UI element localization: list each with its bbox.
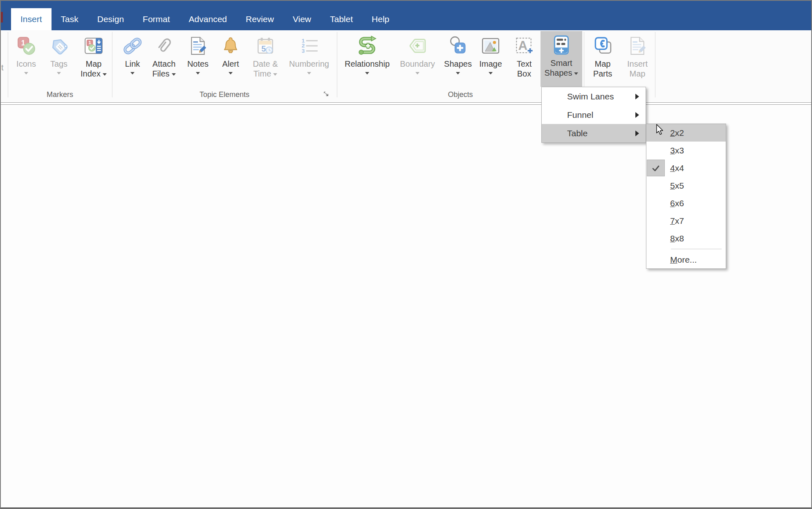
svg-text:1: 1 bbox=[88, 40, 91, 45]
dropdown-caret-icon bbox=[24, 72, 28, 74]
menu-item-label: Funnel bbox=[567, 110, 593, 120]
ribbon-button-text-box[interactable]: A Text Box bbox=[509, 32, 539, 89]
dropdown-caret-icon bbox=[273, 73, 277, 76]
ribbon-button-map-parts[interactable]: Map Parts bbox=[585, 32, 620, 89]
ribbon-button-label: Link bbox=[125, 59, 140, 68]
ribbon-button-image[interactable]: Image bbox=[475, 32, 506, 89]
clipped-ribbon-button[interactable]: t bbox=[1, 63, 4, 72]
submenu-item-7x7[interactable]: 7x7 bbox=[646, 212, 726, 230]
dropdown-caret-icon bbox=[103, 73, 107, 76]
menu-item-label: Swim Lanes bbox=[567, 92, 614, 101]
ribbon-button-relationship[interactable]: Relationship bbox=[341, 32, 393, 89]
ribbon-button-shapes[interactable]: Shapes bbox=[442, 32, 473, 89]
ribbon-button-label: Image bbox=[479, 59, 502, 68]
ribbon-button-tags[interactable]: Tags bbox=[45, 32, 73, 89]
submenu-item-4x4[interactable]: 4x4 bbox=[646, 159, 726, 177]
ribbon-button-numbering[interactable]: 1 2 3 Numbering bbox=[286, 32, 332, 89]
check-slot bbox=[646, 160, 665, 176]
tag-icon bbox=[49, 34, 69, 57]
tab-advanced[interactable]: Advanced bbox=[179, 8, 236, 30]
tab-insert[interactable]: Insert bbox=[11, 8, 52, 30]
group-separator bbox=[655, 32, 655, 97]
ribbon-button-label: Relationship bbox=[345, 59, 390, 68]
ribbon-button-alert[interactable]: Alert bbox=[217, 32, 244, 89]
submenu-item-5x5[interactable]: 5x5 bbox=[646, 177, 726, 194]
menu-item-table[interactable]: Table bbox=[542, 124, 646, 142]
check-slot bbox=[646, 251, 665, 268]
check-slot bbox=[646, 195, 665, 212]
dropdown-caret-icon bbox=[307, 72, 311, 74]
svg-text:A: A bbox=[518, 38, 528, 53]
submenu-item-3x3[interactable]: 3x3 bbox=[646, 142, 726, 159]
dropdown-caret-icon bbox=[415, 72, 419, 74]
ribbon-button-label: Text bbox=[517, 59, 532, 68]
ribbon-button-label: Shapes bbox=[444, 59, 472, 68]
ribbon-button-attach-files[interactable]: Attach Files bbox=[147, 32, 181, 89]
dropdown-caret-icon bbox=[574, 72, 578, 75]
submenu-item-8x8[interactable]: 8x8 bbox=[646, 230, 726, 247]
submenu-arrow-icon bbox=[635, 112, 639, 118]
tab-design[interactable]: Design bbox=[88, 8, 133, 30]
check-slot bbox=[646, 177, 665, 194]
relationship-icon bbox=[357, 34, 378, 57]
ribbon-button-label: Date & bbox=[253, 59, 278, 68]
boundary-icon bbox=[407, 34, 428, 57]
group-separator bbox=[8, 32, 8, 97]
menu-item-swim-lanes[interactable]: Swim Lanes bbox=[542, 87, 646, 106]
ribbon-button-label: Map bbox=[86, 59, 102, 68]
ribbon-button-link[interactable]: Link bbox=[120, 32, 145, 89]
clipped-app-badge bbox=[1, 12, 3, 23]
ribbon-button-icons[interactable]: 1 Icons bbox=[12, 32, 40, 89]
calendar-clock-icon: 5 bbox=[255, 34, 276, 57]
ribbon-button-label: Box bbox=[517, 69, 531, 78]
bell-icon bbox=[220, 34, 241, 57]
ribbon-button-label: Shapes bbox=[545, 68, 572, 77]
ribbon-button-notes[interactable]: Notes bbox=[184, 32, 212, 89]
tab-review[interactable]: Review bbox=[236, 8, 283, 30]
ribbon-button-smart-shapes[interactable]: Smart Shapes bbox=[541, 31, 582, 87]
dropdown-caret-icon bbox=[456, 72, 460, 74]
submenu-item-more[interactable]: More... bbox=[646, 251, 726, 268]
dropdown-caret-icon bbox=[196, 72, 200, 74]
dropdown-caret-icon bbox=[172, 73, 176, 76]
application-window: Insert Task Design Format Advanced Revie… bbox=[0, 0, 812, 509]
smart-shapes-menu: Swim Lanes Funnel Table bbox=[541, 87, 646, 143]
icons-icon: 1 bbox=[16, 34, 36, 57]
submenu-item-6x6[interactable]: 6x6 bbox=[646, 194, 726, 212]
dropdown-caret-icon bbox=[229, 72, 233, 74]
tab-view[interactable]: View bbox=[283, 8, 321, 30]
ribbon: t 1 Icons bbox=[1, 30, 811, 102]
ribbon-button-label: Icons bbox=[16, 59, 36, 68]
ribbon-button-label: Index bbox=[81, 69, 101, 78]
ribbon-button-label: Notes bbox=[187, 59, 209, 68]
dropdown-caret-icon bbox=[57, 72, 61, 74]
map-index-icon: 1 bbox=[83, 34, 104, 57]
smart-shapes-icon bbox=[551, 34, 572, 56]
checkmark-icon bbox=[647, 160, 665, 176]
ribbon-button-label: Time bbox=[253, 69, 271, 78]
dropdown-caret-icon bbox=[365, 72, 369, 74]
group-label-topic-elements: Topic Elements bbox=[112, 90, 337, 99]
dialog-launcher-button[interactable] bbox=[323, 91, 330, 98]
ribbon-button-label: Numbering bbox=[289, 59, 329, 68]
ribbon-button-insert-map[interactable]: Insert Map bbox=[621, 32, 653, 89]
table-size-submenu: 2x2 3x3 4x4 5x5 6x6 7x7 bbox=[646, 124, 726, 269]
ribbon-button-label: Smart bbox=[550, 59, 572, 68]
ribbon-button-boundary[interactable]: Boundary bbox=[394, 32, 441, 89]
mouse-cursor-icon bbox=[656, 124, 666, 138]
ribbon-button-map-index[interactable]: 1 Map Index bbox=[77, 32, 110, 89]
svg-text:5: 5 bbox=[261, 44, 266, 53]
ribbon-button-label: Files bbox=[152, 69, 169, 78]
tab-task[interactable]: Task bbox=[52, 8, 88, 30]
menu-item-funnel[interactable]: Funnel bbox=[542, 106, 646, 124]
group-separator bbox=[337, 32, 337, 97]
submenu-arrow-icon bbox=[635, 131, 639, 136]
tab-tablet[interactable]: Tablet bbox=[321, 8, 362, 30]
ribbon-button-date-time[interactable]: 5 Date & Time bbox=[247, 32, 284, 89]
notes-icon bbox=[188, 34, 208, 57]
insert-map-icon bbox=[627, 34, 648, 57]
link-icon bbox=[122, 34, 143, 57]
tab-format[interactable]: Format bbox=[133, 8, 179, 30]
map-parts-icon bbox=[592, 34, 613, 57]
tab-help[interactable]: Help bbox=[362, 8, 399, 30]
